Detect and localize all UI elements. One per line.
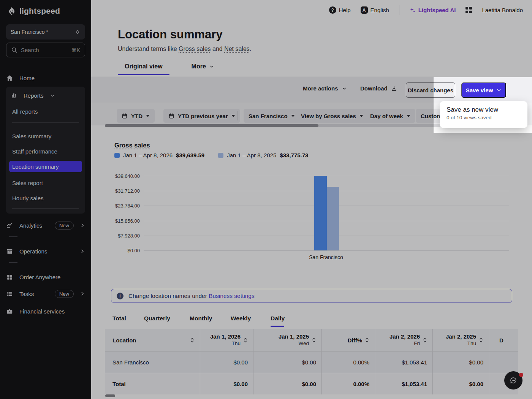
x-axis-label: San Francisco bbox=[288, 254, 364, 260]
divider bbox=[9, 236, 17, 237]
row-value: $0.00 bbox=[200, 373, 253, 394]
sidebar-item-hourly-sales[interactable]: Hourly sales bbox=[9, 192, 82, 204]
location-selector[interactable]: San Francisco * bbox=[6, 24, 85, 40]
view-tabs: Original view More bbox=[118, 60, 221, 75]
y-axis-tick: $39,640.00 bbox=[115, 173, 140, 179]
legend-swatch-2026 bbox=[114, 153, 120, 158]
more-actions-button[interactable]: More actions bbox=[303, 85, 347, 92]
row-value: $0.00 bbox=[200, 352, 253, 373]
column-header-jan2-2026[interactable]: Jan 2, 2026Fri bbox=[375, 329, 432, 351]
home-icon bbox=[6, 74, 13, 82]
chart-title[interactable]: Gross sales bbox=[114, 142, 150, 149]
table-scrollbar-thumb[interactable] bbox=[105, 394, 115, 397]
sort-icon[interactable] bbox=[479, 337, 483, 343]
filter-view-by[interactable]: View by Gross sales bbox=[296, 109, 368, 123]
info-icon: i bbox=[117, 293, 124, 299]
user-menu[interactable]: Laetitia Bonaldo bbox=[482, 7, 523, 13]
business-settings-link[interactable]: Business settings bbox=[209, 293, 255, 299]
column-header-jan1-2025[interactable]: Jan 1, 2025Wed bbox=[253, 329, 321, 351]
table-row-total[interactable]: Total $0.00 $0.00 0.00% $1,053.41 $0.00 bbox=[105, 373, 518, 394]
sidebar-item-analytics[interactable]: Analytics New bbox=[6, 220, 85, 231]
chat-bubble-icon bbox=[509, 376, 518, 385]
discard-changes-button[interactable]: Discard changes bbox=[406, 82, 455, 98]
save-view-button[interactable]: Save view bbox=[461, 82, 506, 98]
tab-quarterly[interactable]: Quarterly bbox=[144, 315, 170, 322]
sidebar-item-all-reports[interactable]: All reports bbox=[9, 106, 82, 117]
calendar-icon bbox=[122, 113, 128, 119]
new-badge: New bbox=[55, 222, 74, 230]
download-icon bbox=[391, 86, 397, 92]
apps-grid-icon[interactable] bbox=[466, 7, 472, 13]
sort-icon[interactable] bbox=[190, 337, 195, 343]
filter-compare-range[interactable]: YTD previous year bbox=[163, 109, 240, 123]
tab-total[interactable]: Total bbox=[112, 315, 126, 322]
chevron-down-icon bbox=[209, 64, 214, 69]
bar-2026[interactable] bbox=[314, 176, 327, 250]
term-net-sales[interactable]: Net sales bbox=[224, 46, 250, 52]
caret-down-icon bbox=[291, 115, 295, 117]
column-header-location[interactable]: Location bbox=[105, 329, 200, 351]
download-button[interactable]: Download bbox=[360, 85, 397, 92]
lightspeed-logo: lightspeed bbox=[7, 6, 60, 16]
main-content: Location summary Understand terms like G… bbox=[91, 20, 532, 399]
tab-weekly[interactable]: Weekly bbox=[231, 315, 251, 322]
column-header-clipped[interactable]: D bbox=[489, 329, 518, 351]
app-screen: lightspeed San Francisco * Search ⌘K Hom… bbox=[0, 0, 532, 399]
filter-date-range[interactable]: YTD bbox=[117, 109, 155, 123]
save-as-new-view-option[interactable]: Save as new view bbox=[446, 106, 521, 114]
search-input[interactable]: Search ⌘K bbox=[6, 43, 85, 57]
column-header-jan1-2026[interactable]: Jan 1, 2026Thu bbox=[200, 329, 253, 351]
sparkle-icon bbox=[409, 7, 416, 13]
sort-icon[interactable] bbox=[243, 337, 248, 343]
column-header-diff[interactable]: Diff% bbox=[321, 329, 375, 351]
sort-icon[interactable] bbox=[312, 337, 316, 343]
divider bbox=[12, 208, 79, 209]
views-saved-count: 0 of 10 views saved bbox=[446, 115, 521, 120]
caret-down-icon bbox=[231, 115, 235, 117]
tab-original-view[interactable]: Original view bbox=[118, 60, 169, 75]
legend-swatch-2025 bbox=[218, 153, 223, 158]
language-button[interactable]: A English bbox=[361, 6, 389, 14]
table-header-row: Location Jan 1, 2026Thu Jan 1, 2025Wed D… bbox=[105, 329, 518, 351]
bar-chart: $39,640.00 $31,712.00 $23,784.00 $15,856… bbox=[144, 176, 509, 250]
bar-2025[interactable] bbox=[326, 187, 339, 250]
page-subtitle: Understand terms like Gross sales and Ne… bbox=[118, 46, 251, 52]
help-button[interactable]: ? Help bbox=[329, 6, 351, 14]
lightspeed-ai-button[interactable]: Lightspeed AI bbox=[409, 7, 456, 13]
row-value bbox=[489, 352, 518, 373]
sidebar-item-location-summary[interactable]: Location summary bbox=[9, 161, 82, 172]
sidebar-item-operations[interactable]: Operations bbox=[6, 245, 85, 257]
sort-icon[interactable] bbox=[423, 337, 427, 343]
divider bbox=[12, 122, 79, 123]
sidebar-item-staff-performance[interactable]: Staff performance bbox=[9, 146, 82, 157]
filter-scrollbar-thumb[interactable] bbox=[105, 124, 318, 127]
term-gross-sales[interactable]: Gross sales bbox=[179, 46, 211, 52]
sidebar-item-sales-summary[interactable]: Sales summary bbox=[9, 130, 82, 142]
sidebar-item-order-anywhere[interactable]: Order Anywhere bbox=[6, 271, 85, 283]
lightspeed-flame-icon bbox=[7, 6, 17, 16]
tab-monthly[interactable]: Monthly bbox=[190, 315, 212, 322]
column-header-jan2-2025[interactable]: Jan 2, 2025Thu bbox=[432, 329, 489, 351]
search-shortcut: ⌘K bbox=[71, 47, 80, 53]
y-axis-tick: $0.00 bbox=[127, 248, 140, 253]
filter-location[interactable]: San Francisco bbox=[244, 109, 300, 123]
sidebar-item-home[interactable]: Home bbox=[6, 72, 85, 84]
sidebar-item-reports[interactable]: Reports bbox=[11, 90, 81, 101]
divider bbox=[238, 111, 238, 120]
updown-chevron-icon bbox=[74, 29, 81, 35]
legend-item-2026[interactable]: Jan 1 – Apr 8, 2026 $39,639.59 bbox=[114, 152, 204, 158]
legend-item-2025[interactable]: Jan 1 – Apr 8, 2025 $33,775.73 bbox=[218, 152, 308, 158]
sidebar-item-financial-services[interactable]: Financial services bbox=[6, 306, 85, 317]
wallet-icon bbox=[6, 308, 13, 315]
tab-daily[interactable]: Daily bbox=[271, 315, 285, 322]
table-row-san-francisco[interactable]: San Francisco $0.00 $0.00 0.00% $1,053.4… bbox=[105, 351, 518, 373]
topbar: ? Help A English Lightspeed AI Laetitia … bbox=[91, 0, 532, 20]
calendar-icon bbox=[168, 113, 174, 119]
sidebar-item-tasks[interactable]: Tasks New bbox=[6, 288, 85, 299]
sort-icon[interactable] bbox=[365, 337, 369, 343]
bar-chart-icon bbox=[11, 92, 17, 99]
filter-day-of-week[interactable]: Day of week bbox=[365, 109, 415, 123]
y-axis-tick: $7,928.00 bbox=[118, 233, 140, 239]
sidebar-item-sales-report[interactable]: Sales report bbox=[9, 177, 82, 188]
tab-more[interactable]: More bbox=[185, 60, 221, 75]
